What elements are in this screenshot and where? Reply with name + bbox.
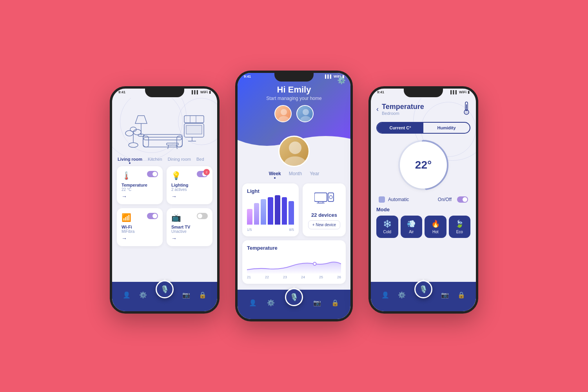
tv-sub: Unactive	[171, 229, 208, 234]
x-label-22: 22	[265, 275, 269, 279]
period-tab-week[interactable]: Week	[269, 171, 281, 179]
active-dot	[129, 162, 131, 164]
x-label-25: 25	[319, 275, 323, 279]
cold-icon: ❄️	[383, 220, 392, 228]
phone3-header: ‹ Temperature Bedroom	[371, 98, 476, 119]
settings-icon[interactable]: ⚙️	[398, 291, 406, 299]
wifi-card[interactable]: 📶 Wi-Fi MiFibra →	[117, 208, 163, 246]
settings-icon[interactable]: ⚙️	[139, 291, 147, 299]
phone1-status-icons: ▌▌▌ WiFi ▮	[192, 90, 211, 94]
lock-icon[interactable]: 🔒	[331, 299, 339, 307]
bottom-indicator-dot	[293, 287, 295, 289]
svg-line-20	[168, 145, 169, 149]
wifi-sub: MiFibra	[122, 229, 158, 234]
mic-button[interactable]: 🎙️	[414, 280, 432, 298]
phone2-body: Week Month Year Light	[238, 151, 350, 290]
wifi-status-icon: WiFi	[459, 90, 466, 94]
profile-icon[interactable]: 👤	[381, 291, 389, 299]
hot-label: Hot	[432, 230, 439, 234]
cold-label: Cold	[383, 230, 391, 234]
mode-eco[interactable]: 🍃 Eco	[449, 216, 471, 238]
air-icon: 💨	[407, 220, 416, 228]
avatar-user2[interactable]	[296, 105, 314, 122]
lock-icon[interactable]: 🔒	[457, 291, 465, 299]
lock-icon[interactable]: 🔒	[199, 291, 207, 299]
svg-rect-8	[177, 136, 182, 147]
wifi-toggle[interactable]	[147, 213, 158, 219]
hot-icon: 🔥	[431, 220, 440, 228]
lighting-card[interactable]: 💡 2 Lighting 2 actives →	[167, 166, 212, 204]
battery-icon: ▮	[468, 90, 470, 94]
mode-cold[interactable]: ❄️ Cold	[376, 216, 398, 238]
camera-icon[interactable]: 📷	[441, 291, 449, 299]
devices-count: 22 devices	[311, 212, 337, 218]
signal-icon: ▌▌▌	[450, 90, 458, 94]
svg-marker-10	[135, 116, 147, 123]
temperature-line-chart	[247, 254, 341, 274]
onoff-toggle[interactable]	[457, 196, 468, 203]
period-tab-year[interactable]: Year	[310, 171, 319, 179]
tv-toggle[interactable]	[197, 213, 208, 219]
camera-icon[interactable]: 📷	[182, 291, 190, 299]
air-label: Air	[409, 230, 414, 234]
phone2-status: 9:41 ▌▌▌ WiFi ▮	[238, 74, 350, 78]
settings-icon[interactable]: ⚙️	[267, 299, 275, 307]
temp-x-labels: 21 22 23 24 25 26	[247, 275, 341, 279]
battery-icon: ▮	[209, 90, 211, 94]
bar-chart	[247, 197, 294, 225]
period-tab-month[interactable]: Month	[289, 171, 302, 179]
card-header: 💡 2	[171, 171, 208, 180]
seg-tab-current[interactable]: Current C°	[377, 123, 423, 133]
temperature-name: Temperature	[122, 183, 158, 187]
bar-5	[275, 195, 280, 225]
smarttv-card[interactable]: 📺 Smart TV Unactive →	[167, 208, 212, 246]
temp-chart-title: Temperature	[247, 245, 341, 251]
lighting-arrow: →	[171, 193, 208, 200]
page-title-group: Temperature Bedroom	[382, 103, 424, 116]
avatar-user1[interactable]	[274, 105, 292, 122]
avatars-row	[274, 105, 314, 122]
mode-air[interactable]: 💨 Air	[401, 216, 423, 238]
temperature-display: 22°	[400, 142, 447, 189]
bar-1	[247, 209, 252, 225]
thermometer-svg	[463, 101, 470, 115]
svg-rect-7	[143, 136, 149, 147]
phone2-header: ⚙️ Hi Emily Start managing your home	[238, 73, 350, 151]
camera-icon[interactable]: 📷	[313, 299, 321, 307]
svg-point-33	[313, 262, 316, 265]
toggle-wrapper: 2	[197, 171, 208, 177]
light-chart-card: Light 1/5 8/5	[242, 183, 299, 236]
devices-icon	[314, 191, 334, 210]
subtitle-text: Start managing your home	[266, 96, 321, 101]
phone-3: 9:41 ▌▌▌ WiFi ▮ ‹ Temperature Bedroom	[368, 86, 478, 314]
avatar-main[interactable]	[278, 136, 310, 167]
mode-buttons: ❄️ Cold 💨 Air 🔥 Hot 🍃 Eco	[376, 216, 470, 238]
wifi-icon: 📶	[122, 213, 131, 222]
temperature-arrow: →	[122, 193, 158, 200]
lighting-icon: 💡	[171, 171, 181, 180]
card-header: 📺	[171, 213, 208, 222]
profile-icon[interactable]: 👤	[249, 299, 257, 307]
back-button[interactable]: ‹	[376, 105, 379, 113]
svg-point-23	[278, 116, 289, 122]
mode-hot[interactable]: 🔥 Hot	[425, 216, 446, 238]
temp-chart-card: Temperature 21 22 23	[242, 240, 346, 284]
svg-rect-37	[466, 104, 467, 109]
phone3-status-icons: ▌▌▌ WiFi ▮	[450, 90, 470, 94]
new-device-button[interactable]: + New device	[308, 220, 340, 229]
card-header: 🌡️	[122, 171, 158, 180]
light-title: Light	[247, 188, 294, 194]
x-label-end: 8/5	[289, 228, 294, 232]
bar-7	[289, 201, 294, 225]
profile-icon[interactable]: 👤	[123, 291, 131, 299]
mic-button[interactable]: 🎙️	[285, 288, 303, 306]
seg-tab-humidity[interactable]: Humidity	[423, 123, 470, 133]
phone2-main-cards: Light 1/5 8/5	[238, 183, 350, 236]
chart-x-labels: 1/5 8/5	[247, 228, 294, 232]
temperature-icon: 🌡️	[122, 171, 131, 180]
temperature-card[interactable]: 🌡️ Temperature 22 °C →	[117, 166, 163, 204]
x-label-start: 1/5	[247, 228, 252, 232]
temperature-toggle[interactable]	[147, 171, 158, 177]
tv-name: Smart TV	[171, 225, 208, 229]
mic-button[interactable]: 🎙️	[156, 280, 174, 298]
